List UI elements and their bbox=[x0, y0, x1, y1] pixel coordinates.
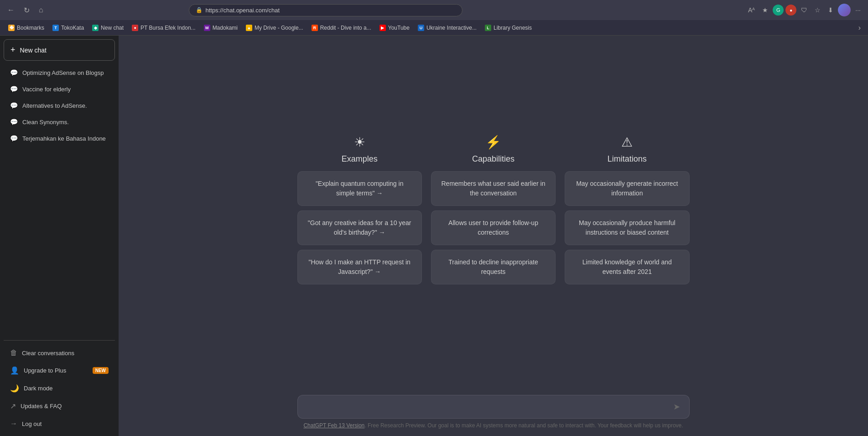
bookmark-star-button[interactable]: ★ bbox=[759, 5, 771, 16]
bookmark-label-youtube: YouTube bbox=[388, 25, 410, 31]
capabilities-column-title: Capabilities bbox=[472, 154, 515, 164]
chat-label: Vaccine for elderly bbox=[22, 86, 71, 93]
bookmark-label-my-drive: My Drive - Google... bbox=[255, 25, 303, 31]
chat-label: Terjemahkan ke Bahasa Indone bbox=[22, 135, 106, 142]
logout-icon: → bbox=[10, 420, 17, 428]
bookmark-label-pt-bursa: PT Bursa Efek Indon... bbox=[140, 25, 196, 31]
sidebar-action-logout[interactable]: →Log out bbox=[4, 415, 115, 432]
column-header-capabilities: ⚡Capabilities bbox=[431, 135, 556, 164]
bookmark-item-ukraine[interactable]: UUkraine Interactive... bbox=[414, 23, 480, 32]
logout-label: Log out bbox=[22, 420, 42, 427]
bookmark-item-reddit[interactable]: RReddit - Dive into a... bbox=[308, 23, 375, 32]
limitations-column-title: Limitations bbox=[608, 154, 647, 164]
sidebar-divider bbox=[4, 340, 115, 341]
bookmark-favicon-bookmarks: � bbox=[8, 25, 15, 31]
chat-icon: 💬 bbox=[10, 118, 18, 126]
upgrade-badge: NEW bbox=[93, 367, 109, 374]
back-button[interactable]: ← bbox=[5, 4, 17, 16]
chat-item-adsense[interactable]: 💬Optimizing AdSense on Blogsp bbox=[4, 64, 115, 81]
column-limitations: ⚠LimitationsMay occasionally generate in… bbox=[565, 135, 689, 289]
bookmark-item-my-drive[interactable]: ▲My Drive - Google... bbox=[242, 23, 307, 32]
extension-red-button[interactable]: ● bbox=[785, 5, 796, 16]
dark-label: Dark mode bbox=[24, 385, 53, 392]
send-button[interactable]: ➤ bbox=[671, 400, 682, 414]
limitations-column-icon: ⚠ bbox=[621, 135, 633, 150]
bookmark-item-library[interactable]: LLibrary Genesis bbox=[481, 23, 535, 32]
column-header-examples: ☀Examples bbox=[297, 135, 422, 164]
sidebar-action-faq[interactable]: ↗Updates & FAQ bbox=[4, 397, 115, 415]
address-bar[interactable]: 🔒 https://chat.openai.com/chat bbox=[189, 4, 463, 16]
bookmark-item-tokokata[interactable]: TTokoKata bbox=[49, 23, 88, 32]
bookmark-label-new-chat: New chat bbox=[101, 25, 124, 31]
chat-icon: 💬 bbox=[10, 69, 18, 76]
limitations-card-2[interactable]: Limited knowledge of world and events af… bbox=[565, 250, 689, 284]
version-link[interactable]: ChatGPT Feb 13 Version bbox=[303, 422, 364, 429]
bookmark-favicon-tokokata: T bbox=[52, 25, 59, 31]
bookmark-label-bookmarks: Bookmarks bbox=[17, 25, 44, 31]
bookmark-label-madokami: Madokami bbox=[213, 25, 238, 31]
chat-label: Alternatives to AdSense. bbox=[22, 102, 87, 109]
menu-button[interactable]: ··· bbox=[852, 5, 863, 16]
browser-chrome: ← ↻ ⌂ 🔒 https://chat.openai.com/chat Aᴬ … bbox=[0, 0, 868, 36]
column-header-limitations: ⚠Limitations bbox=[565, 135, 689, 164]
plus-icon: + bbox=[10, 45, 16, 55]
chat-item-terjemahkan[interactable]: 💬Terjemahkan ke Bahasa Indone bbox=[4, 130, 115, 147]
url-text: https://chat.openai.com/chat bbox=[205, 7, 280, 14]
examples-card-2[interactable]: "How do I make an HTTP request in Javasc… bbox=[297, 250, 422, 284]
lock-icon: 🔒 bbox=[196, 7, 203, 13]
faq-label: Updates & FAQ bbox=[21, 403, 62, 410]
bookmark-favicon-new-chat: ◆ bbox=[92, 25, 99, 31]
limitations-card-0[interactable]: May occasionally generate incorrect info… bbox=[565, 171, 689, 206]
capabilities-card-0[interactable]: Remembers what user said earlier in the … bbox=[431, 171, 556, 206]
input-area: ➤ ChatGPT Feb 13 Version. Free Research … bbox=[119, 388, 868, 436]
bookmark-favicon-ukraine: U bbox=[418, 25, 424, 31]
bookmarks-more-button[interactable]: › bbox=[856, 23, 863, 33]
extension-shield-button[interactable]: 🛡 bbox=[798, 5, 810, 16]
browser-actions: Aᴬ ★ G ● 🛡 ☆ ⬇ ··· bbox=[745, 4, 863, 16]
chat-input[interactable] bbox=[305, 403, 671, 411]
footer-text: ChatGPT Feb 13 Version. Free Research Pr… bbox=[297, 422, 690, 432]
chat-icon: 💬 bbox=[10, 85, 18, 93]
bookmark-item-pt-bursa[interactable]: ●PT Bursa Efek Indon... bbox=[128, 23, 199, 32]
examples-card-1[interactable]: "Got any creative ideas for a 10 year ol… bbox=[297, 210, 422, 245]
chat-icon: 💬 bbox=[10, 135, 18, 142]
bookmark-item-madokami[interactable]: MMadokami bbox=[200, 23, 241, 32]
bookmark-item-new-chat[interactable]: ◆New chat bbox=[88, 23, 127, 32]
font-size-button[interactable]: Aᴬ bbox=[745, 5, 758, 16]
download-button[interactable]: ⬇ bbox=[825, 5, 836, 16]
clear-icon: 🗑 bbox=[10, 349, 17, 357]
sidebar-action-upgrade[interactable]: 👤Upgrade to PlusNEW bbox=[4, 362, 115, 379]
footer-body: . Free Research Preview. Our goal is to … bbox=[364, 422, 683, 429]
columns-grid: ☀Examples"Explain quantum computing in s… bbox=[297, 135, 690, 289]
column-examples: ☀Examples"Explain quantum computing in s… bbox=[297, 135, 422, 289]
column-capabilities: ⚡CapabilitiesRemembers what user said ea… bbox=[431, 135, 556, 289]
bookmark-label-reddit: Reddit - Dive into a... bbox=[320, 25, 371, 31]
chat-item-alternatives[interactable]: 💬Alternatives to AdSense. bbox=[4, 97, 115, 114]
capabilities-column-icon: ⚡ bbox=[485, 135, 501, 150]
sidebar-action-dark[interactable]: 🌙Dark mode bbox=[4, 379, 115, 397]
examples-column-title: Examples bbox=[342, 154, 378, 164]
extension-grammarly-button[interactable]: G bbox=[773, 5, 784, 16]
reload-button[interactable]: ↻ bbox=[21, 4, 32, 16]
examples-card-0[interactable]: "Explain quantum computing in simple ter… bbox=[297, 171, 422, 206]
profile-avatar[interactable] bbox=[838, 4, 851, 16]
new-chat-button[interactable]: + New chat bbox=[4, 39, 115, 61]
home-button[interactable]: ⌂ bbox=[36, 4, 46, 16]
avatar-image bbox=[838, 4, 851, 16]
capabilities-card-2[interactable]: Trained to decline inappropriate request… bbox=[431, 250, 556, 284]
faq-icon: ↗ bbox=[10, 402, 16, 410]
examples-column-icon: ☀ bbox=[354, 135, 365, 150]
chat-item-synonyms[interactable]: 💬Clean Synonyms. bbox=[4, 114, 115, 130]
sidebar-action-clear[interactable]: 🗑Clear conversations bbox=[4, 344, 115, 362]
extension-star-button[interactable]: ☆ bbox=[812, 5, 823, 16]
capabilities-card-1[interactable]: Allows user to provide follow-up correct… bbox=[431, 210, 556, 245]
welcome-area: ☀Examples"Explain quantum computing in s… bbox=[119, 36, 868, 388]
bookmark-item-bookmarks[interactable]: �Bookmarks bbox=[5, 23, 48, 32]
bookmark-favicon-madokami: M bbox=[204, 25, 210, 31]
bookmark-favicon-library: L bbox=[485, 25, 491, 31]
new-chat-label: New chat bbox=[20, 47, 47, 54]
limitations-card-1[interactable]: May occasionally produce harmful instruc… bbox=[565, 210, 689, 245]
bookmark-item-youtube[interactable]: ▶YouTube bbox=[376, 23, 413, 32]
chat-item-vaccine[interactable]: 💬Vaccine for elderly bbox=[4, 81, 115, 97]
bookmark-favicon-reddit: R bbox=[312, 25, 318, 31]
